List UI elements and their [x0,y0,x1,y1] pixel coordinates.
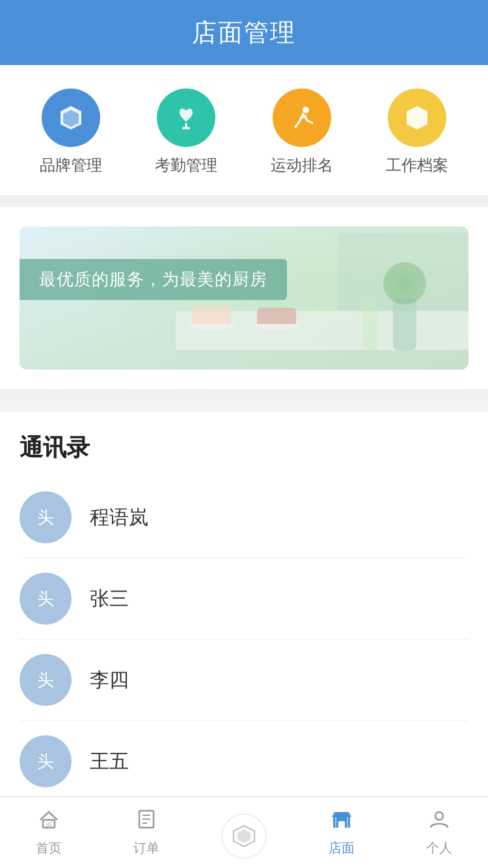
divider-2 [0,389,488,401]
quick-action-work[interactable]: 工作档案 [368,88,466,176]
svg-rect-7 [46,822,51,828]
contact-name: 李四 [90,667,129,694]
banner-section: 最优质的服务，为最美的厨房 [0,207,488,389]
contact-item[interactable]: 头 张三 [20,558,468,640]
svg-marker-13 [237,830,251,843]
svg-point-18 [435,812,443,820]
svg-marker-5 [407,106,427,129]
app-header: 店面管理 [0,0,488,65]
contact-item[interactable]: 头 程语岚 [20,477,468,558]
tab-store[interactable]: 店面 [299,808,384,857]
svg-point-4 [303,107,309,113]
center-icon-circle [221,813,267,859]
contact-item[interactable]: 头 李四 [20,640,468,721]
attendance-icon-circle [157,88,215,147]
home-icon [38,808,60,835]
contact-name: 程语岚 [90,504,148,531]
quick-action-sport[interactable]: 运动排名 [253,88,351,176]
profile-icon [428,808,450,835]
tab-store-label: 店面 [329,839,355,857]
tab-profile-label: 个人 [426,839,452,857]
page-title: 店面管理 [192,16,296,49]
sport-icon-circle [273,88,331,147]
tab-center[interactable] [202,813,286,852]
quick-action-brand[interactable]: 品牌管理 [22,88,120,176]
brand-icon-circle [42,88,100,147]
svg-rect-15 [338,821,345,828]
store-icon [331,808,353,835]
sport-label: 运动排名 [271,155,333,176]
banner-text: 最优质的服务，为最美的厨房 [39,269,267,289]
avatar: 头 [20,573,72,625]
tab-order-label: 订单 [133,839,159,857]
attendance-label: 考勤管理 [155,155,217,176]
tab-home-label: 首页 [36,839,62,857]
tab-bar: 首页 订单 [0,796,488,868]
contacts-title: 通讯录 [20,432,468,464]
quick-action-attendance[interactable]: 考勤管理 [137,88,235,176]
tab-profile[interactable]: 个人 [397,808,481,857]
banner-text-box: 最优质的服务，为最美的厨房 [20,259,287,300]
avatar: 头 [20,491,72,543]
banner-image[interactable]: 最优质的服务，为最美的厨房 [20,226,468,370]
brand-label: 品牌管理 [40,155,102,176]
order-icon [135,808,157,835]
avatar: 头 [20,654,72,706]
divider-1 [0,195,488,207]
quick-actions-section: 品牌管理 考勤管理 运动排名 工作 [0,65,488,195]
work-icon-circle [388,88,446,147]
work-label: 工作档案 [386,155,448,176]
tab-order[interactable]: 订单 [104,808,189,857]
contact-item[interactable]: 头 王五 [20,721,468,802]
avatar: 头 [20,735,72,787]
tab-home[interactable]: 首页 [7,808,91,857]
contact-name: 王五 [90,748,129,775]
contact-name: 张三 [90,586,129,612]
